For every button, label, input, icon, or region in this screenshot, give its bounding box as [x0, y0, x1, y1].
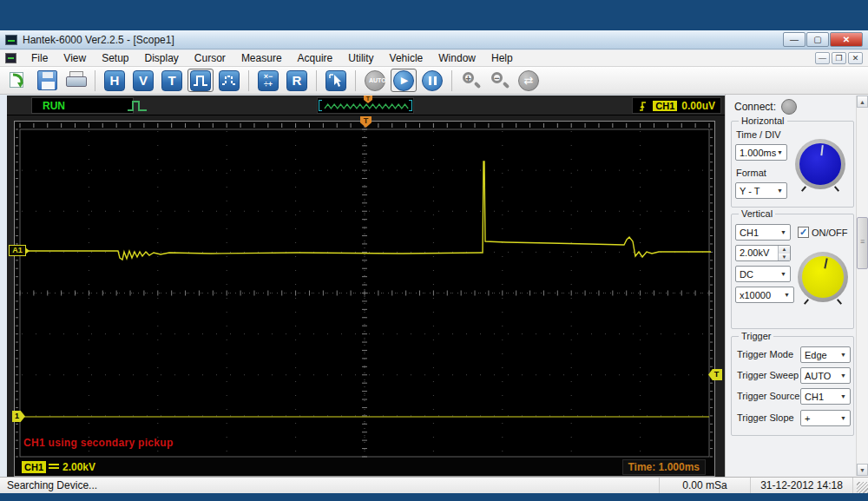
- menu-file[interactable]: File: [23, 50, 56, 66]
- close-button[interactable]: ✕: [830, 32, 863, 47]
- menu-window[interactable]: Window: [431, 50, 483, 66]
- vertical-group: Vertical CH1▼ ✓ ON/OFF 2.00kV ▲▼ DC▼ x10…: [731, 214, 854, 329]
- trigger-sweep-select[interactable]: AUTO▼: [800, 367, 851, 384]
- scope-display[interactable]: CH1 using secondary pickup A1 1 T T CH1 …: [14, 121, 715, 477]
- mdi-minimize-button[interactable]: —: [815, 52, 830, 64]
- run-status: RUN: [31, 97, 134, 114]
- onoff-label: ON/OFF: [812, 227, 848, 238]
- mdi-close-button[interactable]: ✕: [848, 52, 863, 64]
- normal-waveform-button[interactable]: [187, 69, 214, 92]
- math-button[interactable]: ×−÷+: [255, 69, 281, 92]
- menu-vehicle[interactable]: Vehicle: [382, 50, 431, 66]
- v-letter-icon: V: [133, 70, 154, 91]
- volt-div-spinner[interactable]: 2.00kV ▲▼: [735, 245, 791, 261]
- start-button[interactable]: ▶: [391, 69, 417, 92]
- pulse-dashed-icon: [219, 70, 240, 91]
- sample-rate: 0.00 mSa: [660, 478, 751, 493]
- ref-button[interactable]: R: [284, 69, 310, 92]
- reference-waveform-button[interactable]: [216, 69, 242, 92]
- channel-scale: 2.00kV: [62, 461, 95, 473]
- pointer-button[interactable]: [323, 69, 349, 92]
- scope-region: RUN T CH1 0.00uV CH1 using secondary pic…: [7, 96, 725, 477]
- connect-label: Connect:: [734, 101, 776, 113]
- minimize-button[interactable]: —: [783, 32, 806, 47]
- autoset-button[interactable]: AUTO: [362, 69, 388, 92]
- trigger-sweep-label: Trigger Sweep: [737, 370, 799, 380]
- menu-display[interactable]: Display: [137, 50, 187, 66]
- trigger-slope-select[interactable]: +▼: [800, 410, 851, 426]
- coupling-select[interactable]: DC▼: [735, 266, 791, 282]
- toolbar: H V T ×−÷+ R AUTO ▶ + − ⇄: [0, 67, 868, 95]
- pause-button[interactable]: [419, 69, 445, 92]
- cursor-arrow-icon: [326, 70, 346, 91]
- probe-select[interactable]: x10000▼: [735, 287, 794, 303]
- menu-utility[interactable]: Utility: [340, 50, 381, 66]
- edge-trigger-icon: [638, 99, 648, 113]
- connect-indicator: [781, 99, 797, 115]
- trigger-title: Trigger: [739, 331, 773, 341]
- zoom-out-button[interactable]: −: [487, 69, 513, 92]
- scrollbar-thumb[interactable]: [857, 217, 868, 269]
- status-message: Searching Device...: [0, 478, 660, 493]
- print-button[interactable]: [62, 69, 89, 92]
- menu-setup[interactable]: Setup: [94, 50, 136, 66]
- trigger-readout: CH1 0.00uV: [632, 97, 721, 114]
- swap-arrows-icon: ⇄: [518, 70, 539, 91]
- channel-onoff-checkbox[interactable]: ✓: [798, 227, 809, 238]
- channel-position-marker[interactable]: A1: [9, 245, 26, 256]
- zoom-in-icon: +: [461, 70, 482, 91]
- save-button[interactable]: [34, 69, 60, 92]
- desktop-taskbar: [0, 0, 868, 30]
- trigger-mode-select[interactable]: Edge▼: [800, 346, 851, 363]
- format-label: Format: [736, 168, 766, 178]
- menu-cursor[interactable]: Cursor: [187, 50, 233, 66]
- horizontal-group: Horizontal Time / DIV 1.000ms▼ Format Y …: [731, 121, 854, 208]
- window-title: Hantek-6000 Ver2.2.5 - [Scope1]: [23, 34, 174, 46]
- app-icon: [5, 35, 17, 45]
- time-div-select[interactable]: 1.000ms▼: [735, 144, 787, 161]
- channel-badge: CH1: [22, 461, 46, 473]
- horizontal-title: Horizontal: [739, 115, 787, 126]
- open-file-button[interactable]: [5, 69, 31, 92]
- status-datetime: 31-12-2012 14:18: [751, 478, 853, 493]
- self-cal-button[interactable]: ⇄: [516, 69, 542, 92]
- trigger-source-select[interactable]: CH1▼: [800, 388, 851, 405]
- h-letter-icon: H: [104, 70, 125, 91]
- mdi-restore-button[interactable]: ❐: [832, 52, 846, 64]
- resize-grip[interactable]: [857, 482, 868, 493]
- scope-grid: [15, 122, 714, 476]
- desktop-bottom-strip: [0, 493, 868, 501]
- scroll-down-icon[interactable]: ▼: [857, 464, 868, 476]
- menu-measure[interactable]: Measure: [233, 50, 290, 66]
- waveform-preview[interactable]: T: [317, 97, 414, 114]
- open-file-icon: [8, 71, 29, 90]
- r-letter-icon: R: [286, 70, 307, 91]
- zoom-out-icon: −: [490, 70, 510, 91]
- channel-strip: CH1 2.00kV Time: 1.000ms: [15, 458, 714, 476]
- zoom-in-button[interactable]: +: [458, 69, 484, 92]
- timebase-readout: Time: 1.000ms: [622, 459, 707, 475]
- menu-acquire[interactable]: Acquire: [290, 50, 341, 66]
- play-icon: ▶: [393, 70, 414, 91]
- trigger-source-label: Trigger Source: [737, 391, 799, 401]
- trigger-group: Trigger Trigger Mode Edge▼ Trigger Sweep…: [731, 336, 854, 436]
- vertical-cursor-button[interactable]: V: [130, 69, 156, 92]
- scope-annotation: CH1 using secondary pickup: [23, 437, 174, 449]
- trigger-channel-badge: CH1: [653, 101, 677, 111]
- maximize-button[interactable]: ▢: [806, 32, 829, 47]
- math-icon: ×−÷+: [258, 70, 279, 91]
- pause-icon: [422, 70, 443, 91]
- panel-scrollbar[interactable]: ▲ ▼: [856, 96, 867, 476]
- vertical-knob[interactable]: [798, 252, 848, 302]
- trigger-level-value: 0.00uV: [681, 100, 715, 112]
- time-div-label: Time / DIV: [736, 129, 781, 140]
- channel-select[interactable]: CH1▼: [735, 224, 791, 241]
- trigger-cursor-button[interactable]: T: [159, 69, 185, 92]
- menu-help[interactable]: Help: [483, 50, 521, 66]
- horizontal-cursor-button[interactable]: H: [102, 69, 128, 92]
- scroll-up-icon[interactable]: ▲: [857, 96, 868, 108]
- horizontal-knob[interactable]: [795, 139, 845, 189]
- format-select[interactable]: Y - T▼: [735, 182, 787, 199]
- menu-view[interactable]: View: [56, 50, 94, 66]
- control-panel: Connect: Horizontal Time / DIV 1.000ms▼ …: [725, 95, 868, 477]
